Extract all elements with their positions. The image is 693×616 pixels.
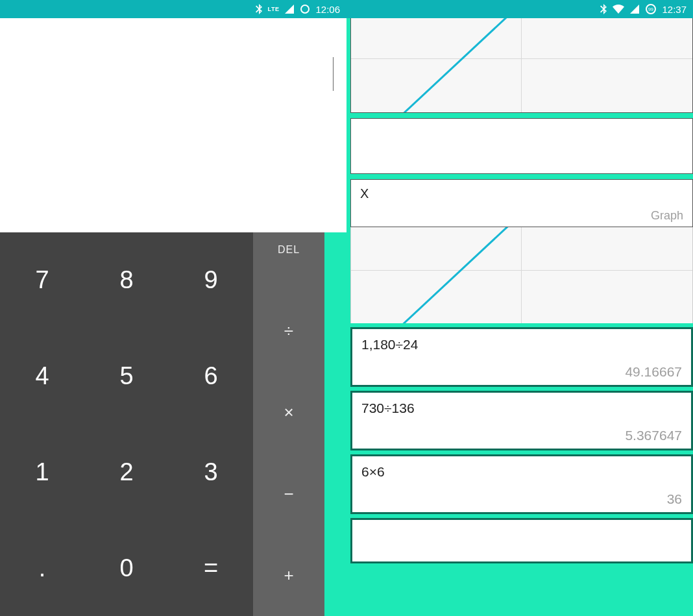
graph-preview-top[interactable] — [350, 18, 693, 113]
blank-card[interactable] — [350, 118, 693, 174]
key-8[interactable]: 8 — [84, 232, 169, 328]
history-result: 36 — [667, 491, 682, 507]
battery-circle-icon: 99 — [645, 3, 657, 15]
expression-x-card[interactable]: X Graph — [350, 179, 693, 227]
key-2[interactable]: 2 — [84, 425, 169, 521]
wifi-icon — [613, 5, 624, 14]
key-add[interactable]: + — [253, 535, 324, 616]
key-multiply[interactable]: × — [253, 372, 324, 453]
status-time: 12:37 — [662, 4, 687, 15]
history-item[interactable]: 730÷136 5.367647 — [350, 391, 693, 450]
keypad: 7 8 9 4 5 6 1 2 3 . 0 = DEL ÷ × − + — [0, 232, 346, 616]
key-1[interactable]: 1 — [0, 425, 84, 521]
key-5[interactable]: 5 — [84, 328, 169, 425]
history-result: 5.367647 — [625, 428, 682, 443]
numeric-pad: 7 8 9 4 5 6 1 2 3 . 0 = — [0, 232, 253, 616]
text-cursor-icon — [333, 57, 334, 91]
advanced-panel-handle[interactable] — [324, 232, 346, 616]
expression-label: X — [360, 186, 683, 201]
history-expression: 1,180÷24 — [361, 337, 682, 352]
cellular-signal-icon — [284, 4, 295, 14]
history-result: 49.16667 — [625, 364, 682, 380]
screen-calculator: LTE 12:06 7 8 9 4 5 6 1 2 3 . 0 = DEL ÷ — [0, 0, 346, 616]
history-list: 1,180÷24 49.16667 730÷136 5.367647 6×6 3… — [350, 327, 693, 563]
key-6[interactable]: 6 — [169, 328, 253, 425]
key-4[interactable]: 4 — [0, 328, 84, 425]
key-delete[interactable]: DEL — [253, 232, 324, 291]
lte-indicator: LTE — [268, 6, 280, 12]
graph-preview-bottom[interactable] — [350, 227, 693, 323]
key-7[interactable]: 7 — [0, 232, 84, 328]
history-expression: 730÷136 — [361, 400, 682, 416]
status-bar-left: LTE 12:06 — [0, 0, 346, 18]
history-expression: 6×6 — [361, 464, 682, 480]
history-item[interactable] — [350, 518, 693, 563]
history-item[interactable]: 1,180÷24 49.16667 — [350, 327, 693, 387]
operator-column: DEL ÷ × − + — [253, 232, 324, 616]
key-dot[interactable]: . — [0, 520, 84, 616]
status-time: 12:06 — [315, 4, 340, 15]
cellular-signal-icon — [629, 4, 640, 14]
circle-icon — [300, 4, 310, 14]
bluetooth-icon — [255, 4, 263, 14]
key-0[interactable]: 0 — [84, 520, 169, 616]
bluetooth-icon — [600, 4, 607, 14]
key-subtract[interactable]: − — [253, 454, 324, 535]
screen-history: 99 12:37 X Graph 1,180÷24 49.16667 730÷1 — [346, 0, 693, 616]
svg-point-0 — [301, 5, 309, 13]
key-3[interactable]: 3 — [169, 425, 253, 521]
key-9[interactable]: 9 — [169, 232, 253, 328]
svg-text:99: 99 — [649, 7, 654, 12]
key-divide[interactable]: ÷ — [253, 291, 324, 372]
calculator-display[interactable] — [0, 18, 346, 232]
history-body[interactable]: X Graph 1,180÷24 49.16667 730÷136 5.3676… — [346, 18, 693, 616]
history-item[interactable]: 6×6 36 — [350, 454, 693, 514]
graph-label: Graph — [651, 209, 683, 223]
key-equals[interactable]: = — [169, 520, 253, 616]
status-bar-right: 99 12:37 — [346, 0, 693, 18]
